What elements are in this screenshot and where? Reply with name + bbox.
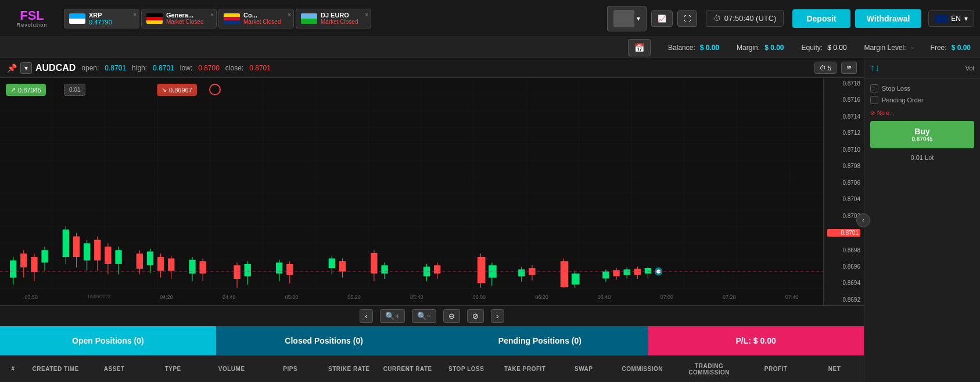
low-value: 0.8700	[198, 64, 220, 72]
svg-rect-22	[115, 250, 121, 264]
balance-label: Balance:	[668, 44, 695, 52]
fullscreen-btn[interactable]: ⛶	[677, 10, 697, 27]
pending-positions-tab[interactable]: Pending Positions (0)	[432, 326, 648, 355]
logo-revolution-text: Revolution	[17, 22, 48, 28]
sort-icon[interactable]: ↑↓	[870, 63, 880, 73]
price-7: 0.8704	[827, 196, 860, 202]
chart-type-icon: 📈	[658, 15, 666, 23]
market-tab-general-name: Genera...	[166, 12, 203, 19]
svg-rect-72	[624, 269, 630, 274]
market-tab-xrp[interactable]: XRP 0.47790 ×	[64, 9, 139, 28]
closed-positions-tab[interactable]: Closed Positions (0)	[216, 326, 432, 355]
market-tab-co-close[interactable]: ×	[288, 12, 291, 18]
fullscreen-icon: ⛶	[684, 15, 691, 23]
market-tab-xrp-info: XRP 0.47790	[89, 12, 112, 26]
th-hash: #	[0, 363, 26, 374]
market-tab-djeuro[interactable]: DJ EURO Market Closed ×	[296, 9, 371, 28]
flag-xrp	[69, 13, 85, 24]
pnl-tab[interactable]: P/L: $ 0.00	[648, 326, 864, 355]
positions-tabs: Open Positions (0) Closed Positions (0) …	[0, 326, 864, 355]
clock-icon: ⏱	[713, 14, 721, 23]
svg-rect-20	[105, 247, 111, 264]
time-4: 05:20	[347, 294, 361, 300]
date-label: 18/09/2023	[87, 294, 110, 299]
margin-value: $ 0.00	[764, 44, 784, 52]
pending-order-label: Pending Order	[882, 97, 924, 103]
collapse-btn[interactable]: ‹	[856, 213, 870, 227]
deposit-button[interactable]: Deposit	[792, 9, 850, 28]
free-label: Free:	[931, 44, 947, 52]
price-8: 0.8702	[827, 213, 860, 219]
main-layout: 📌 ▾ AUDCAD open: 0.8701 high: 0.8701 low…	[0, 58, 980, 382]
price-3: 0.8712	[827, 130, 860, 136]
price-5: 0.8708	[827, 163, 860, 169]
buy-button[interactable]: Buy 0.87045	[870, 121, 974, 148]
open-value: 0.8701	[105, 64, 126, 72]
market-tab-general-status: Market Closed	[166, 19, 203, 25]
dropdown-icon: ▾	[637, 15, 640, 23]
market-tab-xrp-close[interactable]: ×	[133, 12, 137, 18]
error-icon: ⊘	[870, 110, 875, 116]
margin-level-item: Margin Level: -	[864, 44, 913, 52]
right-panel: ‹ ↑↓ Vol Stop Loss Pending Order ⊘ No e.…	[864, 58, 980, 382]
color-picker-btn[interactable]: ▾	[607, 6, 647, 31]
time-10: 07:20	[723, 294, 736, 300]
balance-value: $ 0.00	[700, 44, 719, 52]
timeframe-btn[interactable]: ⏱ 5	[814, 62, 837, 74]
svg-rect-16	[84, 243, 90, 260]
svg-rect-66	[572, 273, 580, 284]
color-square	[613, 10, 634, 27]
zoom-out-btn[interactable]: 🔍−	[412, 309, 437, 323]
language-selector[interactable]: EN ▾	[928, 10, 974, 27]
symbol-dropdown[interactable]: ▾	[20, 62, 32, 74]
th-take-profit: TAKE PROFIT	[496, 363, 554, 374]
toolbar-controls: ▾ 📈 ⛶	[607, 6, 697, 31]
equity-value: $ 0.00	[827, 44, 846, 52]
pending-order-checkbox[interactable]	[870, 96, 878, 104]
indicator-btn[interactable]: ≋	[841, 62, 857, 74]
error-text: No e...	[877, 110, 894, 116]
balance-bar: 📅 Balance: $ 0.00 Margin: $ 0.00 Equity:…	[0, 37, 980, 58]
market-tab-djeuro-info: DJ EURO Market Closed	[321, 12, 358, 25]
market-tab-djeuro-close[interactable]: ×	[365, 12, 368, 18]
withdrawal-button[interactable]: Withdrawal	[855, 9, 922, 28]
market-tab-co[interactable]: Co... Market Closed ×	[218, 9, 294, 28]
time-6: 06:00	[473, 294, 486, 300]
market-tab-co-name: Co...	[243, 12, 281, 19]
logo: FSL Revolution	[6, 2, 58, 35]
flag-co	[224, 13, 240, 24]
svg-rect-26	[147, 252, 153, 266]
market-tabs: XRP 0.47790 × Genera... Market Closed × …	[64, 9, 598, 28]
market-tab-djeuro-status: Market Closed	[321, 19, 358, 25]
balance-item: Balance: $ 0.00	[668, 44, 719, 52]
zoom-in-btn[interactable]: 🔍+	[380, 309, 405, 323]
market-tab-general-close[interactable]: ×	[210, 12, 214, 18]
time-5: 05:40	[410, 294, 423, 300]
close-value: 0.8701	[249, 64, 271, 72]
language-text: EN	[951, 15, 961, 23]
stop-loss-checkbox[interactable]	[870, 84, 878, 92]
nav-next-btn[interactable]: ›	[491, 309, 504, 323]
buy-price: 0.87045	[876, 136, 968, 142]
zoom-fit-btn[interactable]: ⊘	[467, 309, 484, 323]
price-1: 0.8716	[827, 97, 860, 103]
nav-prev-btn[interactable]: ‹	[360, 309, 372, 323]
market-tab-general[interactable]: Genera... Market Closed ×	[141, 9, 217, 28]
open-positions-tab[interactable]: Open Positions (0)	[0, 326, 216, 355]
zoom-reset-btn[interactable]: ⊖	[443, 309, 460, 323]
chart-canvas[interactable]: ↗ 0.87045 0.01 ↘ 0.86967	[0, 78, 864, 305]
price-0: 0.8718	[827, 80, 860, 87]
th-strike-rate: STRIKE RATE	[320, 363, 378, 374]
open-label: open:	[81, 64, 99, 72]
calendar-button[interactable]: 📅	[628, 39, 651, 56]
chart-type-btn[interactable]: 📈	[651, 10, 673, 27]
market-tab-xrp-price: 0.47790	[89, 19, 112, 26]
svg-rect-12	[63, 230, 69, 257]
margin-level-label: Margin Level:	[864, 44, 906, 52]
pin-icon: 📌	[7, 63, 17, 73]
svg-rect-28	[157, 257, 164, 271]
margin-label: Margin:	[737, 44, 760, 52]
th-type: TYPE	[143, 363, 202, 374]
th-created-time: CREATED TIME	[26, 363, 85, 374]
margin-item: Margin: $ 0.00	[737, 44, 784, 52]
